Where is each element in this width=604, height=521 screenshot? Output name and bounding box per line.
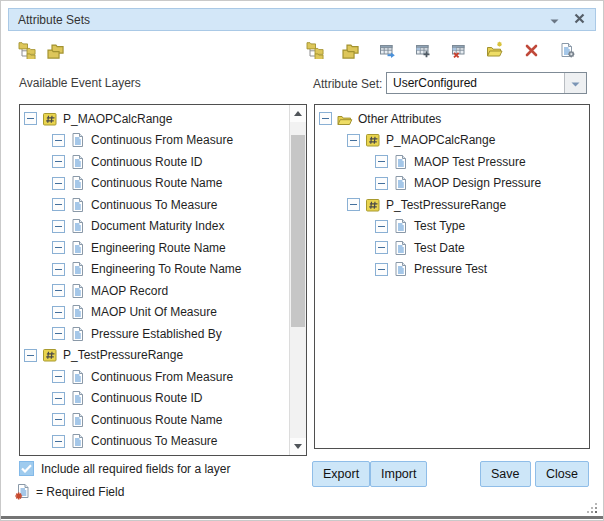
minus-icon: [55, 312, 62, 313]
collapse-toggle[interactable]: [52, 134, 65, 147]
chevron-down-icon: [571, 76, 580, 90]
collapse-toggle[interactable]: [52, 370, 65, 383]
tree-node[interactable]: Other Attributes: [315, 108, 589, 130]
attribute-set-combobox[interactable]: UserConfigured: [386, 72, 587, 94]
tree-node[interactable]: Test Type: [315, 216, 589, 238]
collapse-toggle[interactable]: [52, 306, 65, 319]
scroll-down-button[interactable]: [290, 438, 306, 455]
combobox-dropdown-button[interactable]: [564, 73, 586, 93]
tree-node[interactable]: P_MAOPCalcRange: [315, 130, 589, 152]
collapse-toggle[interactable]: [52, 177, 65, 190]
expand-to-tree-button[interactable]: [305, 40, 325, 60]
required-field-label: = Required Field: [36, 485, 124, 499]
collapse-toggle[interactable]: [52, 263, 65, 276]
scroll-up-button[interactable]: [290, 105, 306, 122]
tree-node[interactable]: P_TestPressureRange: [315, 194, 589, 216]
collapse-toggle[interactable]: [52, 220, 65, 233]
collapse-toggle[interactable]: [52, 241, 65, 254]
import-button[interactable]: Import: [370, 461, 427, 487]
tree-node[interactable]: Continuous Route Name: [20, 173, 289, 195]
save-button[interactable]: Save: [480, 461, 531, 487]
document-icon: [70, 261, 86, 277]
tree-node[interactable]: MAOP Unit Of Measure: [20, 302, 289, 324]
tree-node-label: Engineering To Route Name: [91, 262, 242, 276]
collapse-toggle[interactable]: [52, 435, 65, 448]
tree-node[interactable]: Continuous Route ID: [20, 151, 289, 173]
tree-node[interactable]: Engineering Route Name: [20, 237, 289, 259]
tree-folders-icon: [306, 41, 324, 59]
delete-attribute-set-button[interactable]: [521, 40, 541, 60]
tree-node[interactable]: Continuous To Measure: [20, 431, 289, 453]
folders-icon: [342, 41, 360, 59]
attribute-set-value[interactable]: UserConfigured: [387, 73, 564, 93]
resize-grip[interactable]: [586, 502, 598, 514]
window-title: Attribute Sets: [9, 13, 90, 27]
collapse-toggle[interactable]: [24, 349, 37, 362]
scrollbar-thumb[interactable]: [291, 135, 305, 327]
tree-node[interactable]: Continuous From Measure: [20, 130, 289, 152]
collapse-toggle[interactable]: [319, 112, 332, 125]
collapse-toggle[interactable]: [375, 155, 388, 168]
collapse-toggle[interactable]: [52, 155, 65, 168]
tree-node[interactable]: Continuous Route Name: [20, 409, 289, 431]
expand-to-tree-button[interactable]: [17, 40, 37, 60]
tree-node[interactable]: Continuous From Measure: [20, 366, 289, 388]
tree-node-label: Test Type: [414, 219, 465, 233]
attribute-set-panel: Other AttributesP_MAOPCalcRangeMAOP Test…: [314, 104, 590, 449]
collapse-toggle[interactable]: [24, 112, 37, 125]
collapse-folders-button[interactable]: [46, 40, 66, 60]
collapse-toggle[interactable]: [52, 327, 65, 340]
tree-node[interactable]: Test Date: [315, 237, 589, 259]
collapse-toggle[interactable]: [347, 134, 360, 147]
tree-node[interactable]: Continuous To Measure: [20, 194, 289, 216]
document-icon: [70, 412, 86, 428]
tree-node[interactable]: MAOP Design Pressure: [315, 173, 589, 195]
tree-node-label: Test Date: [414, 241, 465, 255]
collapse-toggle[interactable]: [375, 263, 388, 276]
event-layer-icon: [42, 347, 58, 363]
collapse-folders-button[interactable]: [341, 40, 361, 60]
table-add-icon: [415, 42, 432, 59]
vertical-scrollbar[interactable]: [289, 105, 306, 455]
tree-node[interactable]: Continuous Route ID: [20, 388, 289, 410]
tree-node[interactable]: Document Maturity Index: [20, 216, 289, 238]
collapse-toggle[interactable]: [375, 177, 388, 190]
tree-node[interactable]: Engineering To Route Name: [20, 259, 289, 281]
tree-node[interactable]: Pressure Established By: [20, 323, 289, 345]
tree-node[interactable]: MAOP Test Pressure: [315, 151, 589, 173]
close-dialog-button[interactable]: Close: [535, 461, 589, 487]
dialog-bottom-edge: [1, 516, 603, 519]
tree-node-label: Document Maturity Index: [91, 219, 224, 233]
panel-menu-button[interactable]: [547, 13, 561, 27]
remove-fields-button[interactable]: [449, 40, 469, 60]
collapse-toggle[interactable]: [52, 413, 65, 426]
collapse-toggle[interactable]: [52, 392, 65, 405]
collapse-toggle[interactable]: [52, 284, 65, 297]
add-fields-button[interactable]: [413, 40, 433, 60]
collapse-toggle[interactable]: [375, 241, 388, 254]
export-fields-button[interactable]: [377, 40, 397, 60]
minus-icon: [350, 204, 357, 205]
document-icon: [70, 240, 86, 256]
attribute-sets-dialog: Attribute Sets Available Event Layers At…: [0, 0, 604, 521]
doc-gear-icon: [559, 42, 576, 59]
collapse-toggle[interactable]: [52, 198, 65, 211]
new-attribute-set-button[interactable]: [485, 40, 505, 60]
minus-icon: [55, 376, 62, 377]
attribute-set-label: Attribute Set:: [313, 77, 382, 91]
tree-node[interactable]: Pressure Test: [315, 259, 589, 281]
document-icon: [70, 175, 86, 191]
tree-node-label: Continuous Route ID: [91, 155, 202, 169]
minus-icon: [55, 183, 62, 184]
export-button[interactable]: Export: [312, 461, 370, 487]
tree-node[interactable]: P_MAOPCalcRange: [20, 108, 289, 130]
tree-node[interactable]: P_TestPressureRange: [20, 345, 289, 367]
tree-node[interactable]: MAOP Record: [20, 280, 289, 302]
tree-node-label: P_TestPressureRange: [63, 348, 183, 362]
close-button[interactable]: [572, 13, 586, 27]
include-required-fields-checkbox[interactable]: [19, 461, 34, 476]
collapse-toggle[interactable]: [375, 220, 388, 233]
collapse-toggle[interactable]: [347, 198, 360, 211]
attribute-set-properties-button[interactable]: [557, 40, 577, 60]
tree-node-label: P_MAOPCalcRange: [63, 112, 172, 126]
